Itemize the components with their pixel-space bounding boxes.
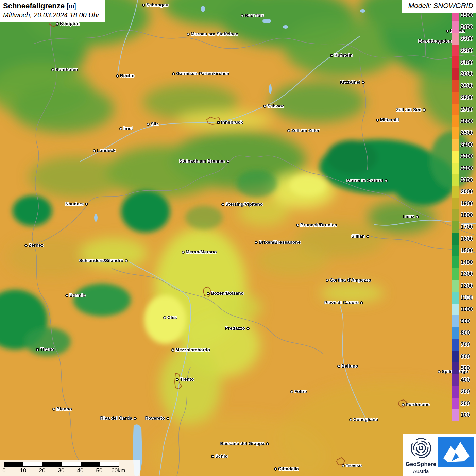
city-marker: [24, 244, 28, 247]
city-label: Sonthofen: [55, 67, 78, 72]
legend-swatch: [452, 80, 459, 92]
legend-row: 500: [452, 362, 473, 374]
legend-value: 700: [461, 342, 470, 348]
legend-row: 2800: [452, 92, 473, 104]
legend-value: 2700: [461, 106, 473, 113]
city-label: Bormio: [69, 293, 85, 298]
legend-swatch: [452, 351, 459, 362]
legend-swatch: [452, 209, 459, 221]
city-marker: [376, 119, 379, 122]
city-marker: [119, 127, 122, 130]
city-marker: [326, 279, 329, 282]
city-marker: [163, 316, 166, 319]
city-label: Silz: [151, 121, 158, 126]
city-marker: [182, 251, 185, 254]
legend-swatch: [452, 362, 459, 374]
partner-logo: [438, 437, 474, 467]
legend-value: 3000: [461, 71, 473, 77]
city-marker: [52, 408, 55, 411]
legend-swatch: [452, 280, 459, 292]
city-label: Tirano: [40, 347, 54, 352]
city-label: Sterzing/Vipiteno: [225, 202, 263, 207]
city-label: Steinach am Brenner: [179, 158, 225, 164]
city-label: Schongau: [146, 2, 168, 7]
city-label: Schwaz: [267, 103, 284, 108]
legend-value: 300: [461, 389, 470, 395]
city-label: Kitzbühel: [340, 80, 360, 85]
city-label: Brixen/Bressanone: [259, 240, 301, 245]
legend-row: 1800: [452, 209, 473, 221]
city-label: Reutte: [120, 73, 134, 78]
city-marker: [266, 442, 269, 445]
scale-segment: [42, 462, 62, 466]
scale-label: 20: [39, 467, 46, 474]
city-marker: [241, 14, 244, 17]
legend-row: 700: [452, 339, 473, 351]
city-marker: [438, 370, 441, 373]
legend-row: 600: [452, 351, 473, 362]
legend-row: 1300: [452, 268, 473, 280]
city-marker: [147, 123, 150, 126]
legend-value: 1100: [461, 295, 473, 301]
legend-value: 600: [461, 354, 470, 360]
scale-segment: [100, 462, 119, 466]
legend-row: 200: [452, 398, 473, 410]
city-marker: [171, 348, 174, 352]
legend-swatch: [452, 292, 459, 304]
legend-row: 100: [452, 409, 473, 421]
legend-colorbar: 3500340033003200310030002900280027002600…: [452, 10, 473, 421]
city-marker: [166, 417, 169, 420]
geosphere-logo-icon: [407, 435, 435, 461]
city-label: Zell am Ziller: [291, 128, 320, 133]
legend-row: 3400: [452, 21, 473, 33]
city-marker: [125, 259, 128, 262]
city-label: Lienz: [403, 214, 414, 219]
legend-row: 2700: [452, 104, 473, 116]
legend-swatch: [452, 127, 459, 139]
legend-swatch: [452, 21, 459, 33]
city-label: Pordenone: [406, 402, 430, 407]
city-label: Bozen/Bolzano: [211, 291, 244, 296]
city-label: Imst: [123, 126, 133, 131]
city-marker: [416, 215, 419, 218]
legend-swatch: [452, 174, 459, 186]
legend-value: 1600: [461, 236, 473, 242]
city-marker: [255, 241, 258, 244]
city-label: Innsbruck: [221, 120, 243, 125]
legend-swatch: [452, 115, 459, 127]
city-label: Bienno: [56, 406, 72, 411]
city-marker: [221, 203, 224, 206]
legend-row: 1200: [452, 280, 473, 292]
city-marker: [423, 108, 426, 112]
city-label: Cortina d'Ampezzo: [330, 277, 371, 283]
legend-value: 1900: [461, 201, 473, 207]
city-marker: [342, 464, 345, 468]
city-marker: [134, 417, 137, 420]
title-panel: Schneefallgrenze [m] Mittwoch, 20.03.202…: [0, 0, 105, 22]
city-marker: [385, 179, 388, 182]
city-label: Schlanders/Silandro: [79, 258, 123, 263]
legend-row: 2200: [452, 163, 473, 174]
legend-swatch: [452, 151, 459, 163]
legend-swatch: [452, 233, 459, 245]
snowfall-limit-map: SchongauBad TölzKemptenMurnau am Staffel…: [0, 0, 476, 476]
city-label: Zell am See: [396, 107, 421, 112]
legend-row: 1900: [452, 198, 473, 210]
legend-row: 2000: [452, 186, 473, 198]
city-label: Pieve di Cadore: [324, 300, 359, 305]
city-label: Predazzo: [225, 326, 245, 331]
city-marker: [93, 149, 96, 152]
legend-value: 3100: [461, 60, 473, 66]
legend-value: 2500: [461, 130, 473, 136]
legend-row: 2100: [452, 174, 473, 186]
scale-segment: [4, 462, 23, 466]
city-marker: [274, 468, 277, 471]
legend-value: 2800: [461, 95, 473, 101]
legend-swatch: [452, 245, 459, 257]
legend-value: 200: [461, 401, 470, 407]
city-label: Rovereto: [145, 415, 165, 421]
city-label: Meran/Merano: [186, 249, 217, 254]
city-marker: [51, 68, 54, 71]
legend-value: 1200: [461, 283, 473, 289]
legend-swatch: [452, 409, 459, 421]
